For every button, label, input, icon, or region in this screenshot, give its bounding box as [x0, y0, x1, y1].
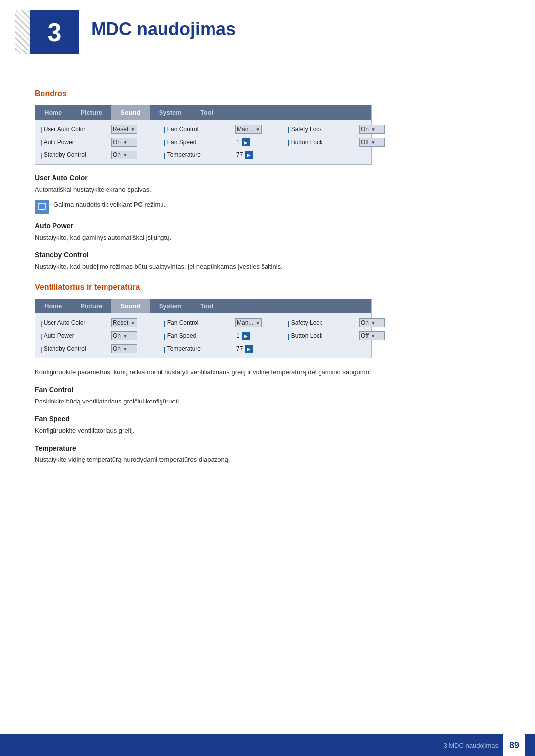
- page-header: 3 MDC naudojimas: [0, 0, 535, 69]
- arrow-right-icon[interactable]: ▶: [245, 151, 253, 159]
- para-auto-power: Nustatykite, kad gaminys automatiškai įs…: [35, 233, 500, 243]
- col-fan-control-2: | Fan Control: [164, 319, 233, 327]
- table-row: | Standby Control On ▼ | Temperature 77 …: [35, 342, 371, 355]
- tab-home-1[interactable]: Home: [35, 105, 71, 120]
- para-standby-control: Nustatykite, kad budėjimo režimas būtų s…: [35, 262, 500, 272]
- tab-system-2[interactable]: System: [150, 299, 191, 313]
- main-content: Bendros Home Picture Sound System Tool |…: [0, 69, 535, 499]
- col-temperature-1: | Temperature: [164, 151, 233, 159]
- col-auto-power-val-1: On ▼: [109, 138, 164, 147]
- sub-heading-temperature: Temperature: [35, 444, 500, 452]
- chevron-down-icon: ▼: [371, 140, 375, 145]
- chapter-title: MDC naudojimas: [91, 19, 236, 40]
- tab-sound-2[interactable]: Sound: [111, 299, 150, 313]
- col-standby-val-2: On ▼: [109, 344, 164, 353]
- col-auto-power-2: | Auto Power: [40, 332, 109, 340]
- note-pc-mode: Galima naudotis tik veikiant PC režimu.: [35, 200, 500, 214]
- tab-sound-1[interactable]: Sound: [111, 105, 150, 120]
- col-safety-lock-val-1: On ▼: [357, 125, 407, 134]
- col-button-lock-val-2: Off ▼: [357, 331, 407, 340]
- select-reset-2[interactable]: Reset ▼: [111, 318, 137, 327]
- note-text-pc-mode: Galima naudotis tik veikiant PC režimu.: [54, 200, 165, 210]
- col-fan-speed-val-2: 1 ▶: [233, 332, 288, 340]
- col-auto-power-1: | Auto Power: [40, 139, 109, 146]
- para-fan-speed: Konfigūruokite ventiliatoriaus greitį.: [35, 426, 500, 436]
- col-reset-2: Reset ▼: [109, 318, 164, 327]
- table-row: | Standby Control On ▼ | Temperature 77 …: [35, 149, 371, 161]
- para-temperature: Nustatykite vidinę temperatūrą nurodydam…: [35, 455, 500, 465]
- arrow-right-icon[interactable]: ▶: [242, 332, 250, 340]
- ui-table-header-1: Home Picture Sound System Tool: [35, 105, 371, 120]
- col-standby-2: | Standby Control: [40, 345, 109, 353]
- sub-heading-fan-control: Fan Control: [35, 386, 500, 394]
- chevron-down-icon: ▼: [255, 127, 260, 132]
- ui-table-header-2: Home Picture Sound System Tool: [35, 299, 371, 313]
- ui-table-body-1: | User Auto Color Reset ▼ | Fan Control …: [35, 120, 371, 164]
- chevron-down-icon: ▼: [371, 127, 375, 132]
- para-fan-control: Pasirinkite būdą ventiliatoriaus greičiu…: [35, 397, 500, 407]
- col-temperature-2: | Temperature: [164, 345, 233, 353]
- ui-table-bendros: Home Picture Sound System Tool | User Au…: [35, 105, 372, 165]
- col-standby-val-1: On ▼: [109, 151, 164, 159]
- col-fan-speed-2: | Fan Speed: [164, 332, 233, 340]
- col-temperature-val-1: 77 ▶: [233, 151, 288, 159]
- col-temperature-val-2: 77 ▶: [233, 345, 288, 353]
- para-ventiliatorius-intro: Konfigūruokite parametrus, kurių reikia …: [35, 367, 500, 378]
- section-heading-ventiliatorius: Ventiliatorius ir temperatūra: [35, 283, 500, 292]
- footer-text: 3 MDC naudojimas: [443, 742, 498, 749]
- arrow-right-icon[interactable]: ▶: [245, 345, 253, 353]
- select-standby-1[interactable]: On ▼: [111, 151, 137, 159]
- select-button-lock-2[interactable]: Off ▼: [359, 331, 385, 340]
- col-user-auto-color-1: | User Auto Color: [40, 126, 109, 133]
- col-standby-1: | Standby Control: [40, 151, 109, 159]
- section-heading-bendros: Bendros: [35, 89, 500, 98]
- chevron-down-icon: ▼: [371, 320, 375, 326]
- tab-tool-1[interactable]: Tool: [191, 105, 222, 120]
- chevron-down-icon: ▼: [371, 333, 375, 339]
- chevron-down-icon: ▼: [130, 320, 135, 326]
- select-auto-power-1[interactable]: On ▼: [111, 138, 137, 147]
- sub-heading-user-auto-color: User Auto Color: [35, 174, 500, 182]
- col-safety-lock-2: | Safety Lock: [288, 319, 357, 327]
- col-button-lock-1: | Button Lock: [288, 139, 357, 146]
- chapter-number: 3: [48, 17, 62, 47]
- note-icon: [35, 200, 49, 214]
- tab-tool-2[interactable]: Tool: [191, 299, 222, 313]
- col-auto-power-val-2: On ▼: [109, 331, 164, 340]
- select-reset-1[interactable]: Reset ▼: [111, 125, 137, 134]
- col-button-lock-val-1: Off ▼: [357, 138, 407, 147]
- ui-table-ventiliatorius: Home Picture Sound System Tool | User Au…: [35, 299, 372, 358]
- tab-system-1[interactable]: System: [150, 105, 191, 120]
- chevron-down-icon: ▼: [123, 333, 128, 339]
- table-row: | User Auto Color Reset ▼ | Fan Control …: [35, 316, 371, 329]
- tab-home-2[interactable]: Home: [35, 299, 71, 313]
- select-safety-lock-2[interactable]: On ▼: [359, 318, 385, 327]
- page-footer: 3 MDC naudojimas 89: [0, 734, 535, 756]
- chevron-down-icon: ▼: [123, 152, 128, 158]
- arrow-right-icon[interactable]: ▶: [242, 138, 250, 146]
- tab-picture-2[interactable]: Picture: [71, 299, 111, 313]
- col-safety-lock-1: | Safety Lock: [288, 126, 357, 133]
- select-man-2[interactable]: Man... ▼: [235, 318, 262, 327]
- chevron-down-icon: ▼: [130, 127, 135, 132]
- col-reset-1: Reset ▼: [109, 125, 164, 134]
- table-row: | Auto Power On ▼ | Fan Speed 1 ▶: [35, 136, 371, 149]
- select-man-1[interactable]: Man... ▼: [235, 125, 262, 134]
- select-button-lock-1[interactable]: Off ▼: [359, 138, 385, 147]
- col-man-1: Man... ▼: [233, 125, 288, 134]
- sub-heading-standby-control: Standby Control: [35, 251, 500, 259]
- sub-heading-fan-speed: Fan Speed: [35, 415, 500, 423]
- tab-picture-1[interactable]: Picture: [71, 105, 111, 120]
- footer-page-number: 89: [503, 734, 525, 756]
- para-user-auto-color: Automatiškai nustatykite ekrano spalvas.: [35, 185, 500, 195]
- col-user-auto-color-2: | User Auto Color: [40, 319, 109, 327]
- select-safety-lock-1[interactable]: On ▼: [359, 125, 385, 134]
- chevron-down-icon: ▼: [255, 320, 260, 326]
- col-man-2: Man... ▼: [233, 318, 288, 327]
- select-standby-2[interactable]: On ▼: [111, 344, 137, 353]
- table-row: | Auto Power On ▼ | Fan Speed 1 ▶: [35, 329, 371, 342]
- col-fan-control-1: | Fan Control: [164, 126, 233, 133]
- col-fan-speed-1: | Fan Speed: [164, 139, 233, 146]
- col-safety-lock-val-2: On ▼: [357, 318, 407, 327]
- select-auto-power-2[interactable]: On ▼: [111, 331, 137, 340]
